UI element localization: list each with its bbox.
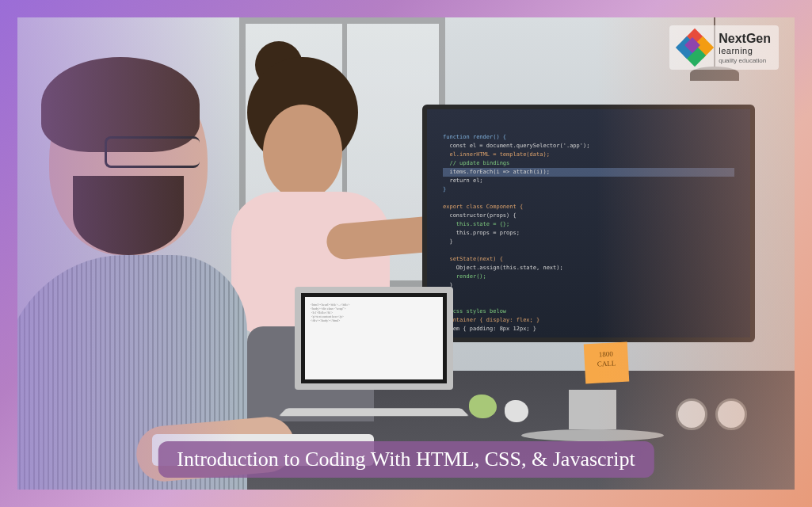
brand-logo: NextGen learning quality education — [669, 25, 779, 70]
course-hero-photo: function render() { const el = document.… — [17, 17, 795, 490]
course-title-banner: Introduction to Coding With HTML, CSS, &… — [158, 441, 654, 478]
sticky-note: 1800 CALL — [584, 342, 630, 384]
paper-ball-green — [469, 395, 497, 418]
paper-ball-white — [505, 400, 528, 422]
course-title: Introduction to Coding With HTML, CSS, &… — [177, 448, 635, 471]
brand-name: NextGen — [719, 32, 771, 46]
brand-logo-icon — [677, 30, 712, 65]
code-editor-screen: function render() { const el = document.… — [427, 109, 750, 337]
sticky-note-line1: 1800 — [599, 350, 613, 359]
brand-tagline: quality education — [719, 57, 771, 64]
gradient-border-frame: function render() { const el = document.… — [0, 0, 812, 507]
brand-sub: learning — [719, 46, 771, 55]
sticky-note-line2: CALL — [597, 359, 616, 368]
person-man — [17, 33, 247, 490]
headphones-icon — [676, 398, 747, 442]
laptop: <html><head><title>...</title> <body><di… — [295, 287, 461, 406]
